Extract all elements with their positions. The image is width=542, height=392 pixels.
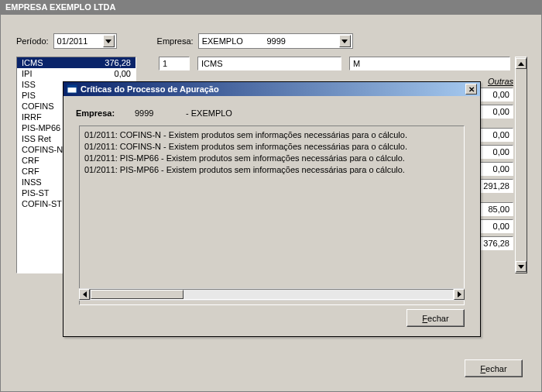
scroll-up-button[interactable] [516,58,527,69]
tax-item-name: COFIN-ST [22,199,62,208]
value-text: 0,00 [493,107,509,116]
chevron-right-icon [458,291,461,297]
app-title: EMPRESA EXEMPLO LTDA [5,2,115,12]
scroll-right-button[interactable] [454,289,465,300]
value-text: 0,00 [493,130,509,139]
tax-item-name: CRF [22,156,39,165]
tax-item-name: ISS [22,80,36,89]
empresa-label: Empresa: [157,36,194,46]
value-text: 291,28 [483,181,509,191]
dialog-titlebar[interactable]: Críticas do Processo de Apuração ✕ [63,82,480,96]
tax-item-name: COFINS [22,101,54,111]
tax-item[interactable]: IPI0,00 [17,68,136,79]
tax-item-name: PIS-MP66 [22,123,60,132]
empresa-value: EXEMPLO 9999 [202,36,286,46]
dialog-empresa-label: Empresa: [76,108,130,118]
periodo-combo[interactable]: 01/2011 [53,33,117,49]
value-text: 0,00 [493,147,509,156]
outras-header: Outras [488,77,513,86]
dialog-empresa-name: - EXEMPLO [186,108,232,118]
periodo-dropdown-button[interactable] [103,35,115,47]
svg-rect-1 [67,85,77,88]
chevron-up-icon [518,62,524,66]
scroll-down-button[interactable] [516,261,527,272]
critique-line[interactable]: 01/2011: PIS-MP66 - Existem produtos sem… [84,153,459,164]
critique-line[interactable]: 01/2011: PIS-MP66 - Existem produtos sem… [84,164,459,176]
empresa-combo[interactable]: EXEMPLO 9999 [198,33,353,49]
filter-row: Período: 01/2011 Empresa: EXEMPLO 9999 [16,33,353,49]
tax-item-name: CRF [22,167,39,176]
empresa-dropdown-button[interactable] [339,35,351,47]
dialog-empresa-code: 9999 [135,108,181,118]
tax-item-name: IRRF [22,112,42,122]
value-text: 85,00 [488,205,509,214]
tax-item-name: ICMS [22,58,43,67]
detail-seq-value: 1 [163,59,167,68]
main-window: EMPRESA EXEMPLO LTDA Período: 01/2011 Em… [0,0,542,392]
periodo-label: Período: [16,36,49,46]
tax-item-value: 0,00 [115,69,131,78]
close-icon[interactable]: ✕ [465,84,477,95]
detail-mode-value: M [353,59,360,68]
critique-line[interactable]: 01/2011: COFINS-N - Existem produtos sem… [84,141,459,153]
detail-seq-field[interactable]: 1 [159,57,190,70]
dialog-empresa-row: Empresa: 9999 - EXEMPLO [76,108,468,118]
critiques-dialog: Críticas do Processo de Apuração ✕ Empre… [63,81,481,337]
detail-mode-field[interactable]: M [349,57,510,70]
vertical-scrollbar[interactable] [515,57,527,273]
tax-item[interactable]: ICMS376,28 [17,57,136,68]
critiques-list[interactable]: 01/2011: COFINS-N - Existem produtos sem… [79,126,465,305]
detail-tax-value: ICMS [201,59,223,68]
app-icon [67,84,77,95]
tax-item-name: ISS Ret [22,134,51,143]
title-bar: EMPRESA EXEMPLO LTDA [1,1,541,15]
chevron-down-icon [105,40,111,43]
tax-item-name: INSS [22,177,42,187]
chevron-down-icon [518,265,524,269]
dialog-title: Críticas do Processo de Apuração [81,84,219,94]
scroll-track[interactable] [90,289,454,300]
value-text: 0,00 [493,164,509,174]
fechar-button[interactable]: Fechar [465,359,523,377]
tax-item-name: IPI [22,69,32,78]
dialog-fechar-button[interactable]: Fechar [406,309,465,327]
periodo-value: 01/2011 [57,36,88,46]
tax-item-name: PIS-ST [22,188,49,198]
value-text: 0,00 [493,222,509,231]
value-text: 0,00 [493,90,509,99]
scroll-thumb[interactable] [91,290,184,299]
tax-item-value: 376,28 [105,58,131,67]
scroll-left-button[interactable] [79,289,90,300]
chevron-left-icon [83,291,87,297]
critique-line[interactable]: 01/2011: COFINS-N - Existem produtos sem… [84,129,459,141]
chevron-down-icon [341,40,348,43]
tax-item-name: COFINS-N [22,145,63,154]
horizontal-scrollbar[interactable] [79,288,465,301]
value-text: 376,28 [483,239,509,248]
detail-tax-field[interactable]: ICMS [197,57,341,70]
tax-item-name: PIS [22,91,36,100]
